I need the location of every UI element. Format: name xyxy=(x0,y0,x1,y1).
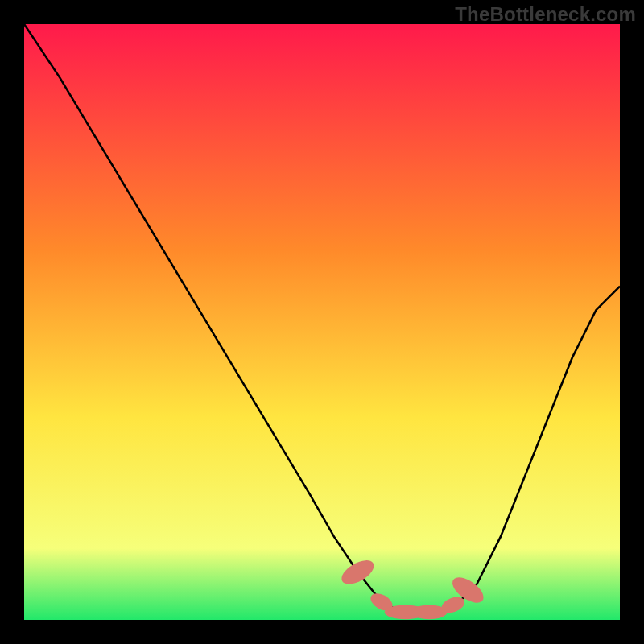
watermark-label: TheBottleneck.com xyxy=(455,3,636,26)
plot-svg xyxy=(24,24,620,620)
chart-frame: TheBottleneck.com xyxy=(0,0,644,644)
gradient-background xyxy=(24,24,620,620)
bottleneck-plot xyxy=(24,24,620,620)
